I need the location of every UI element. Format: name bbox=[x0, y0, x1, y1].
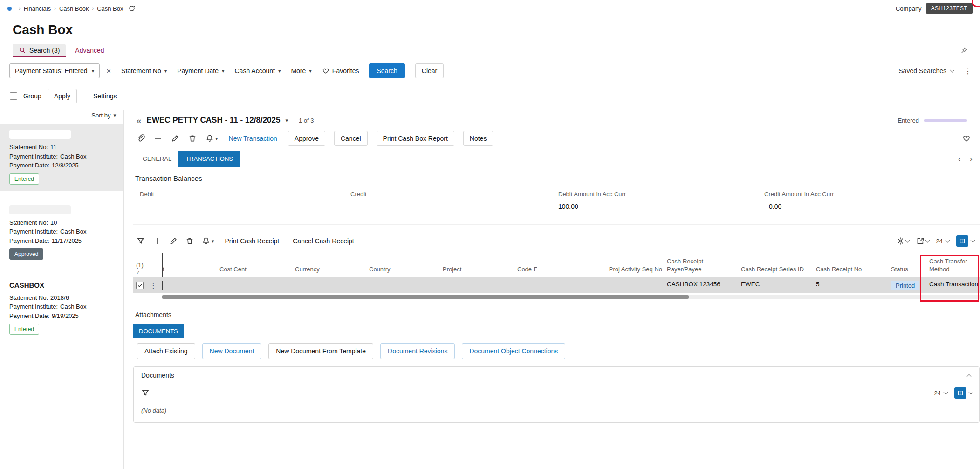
tab-transactions[interactable]: TRANSACTIONS bbox=[178, 151, 240, 167]
new-transaction-button[interactable]: New Transaction bbox=[227, 131, 279, 145]
record-card-3[interactable]: CASHBOX Statement No:2018/6 Payment Inst… bbox=[0, 275, 123, 341]
cancel-button[interactable]: Cancel bbox=[334, 131, 368, 146]
grid-header-row: (1) ✓ t Cost Cent Currency Country Proje… bbox=[133, 253, 980, 277]
statement-no-filter[interactable]: Statement No ▾ bbox=[121, 67, 167, 75]
document-revisions-button[interactable]: Document Revisions bbox=[380, 343, 455, 359]
delete-trash-icon[interactable] bbox=[185, 237, 194, 245]
notifications-bell-dropdown[interactable]: ▾ bbox=[202, 237, 214, 245]
record-header: « EWEC PETTY CASH - 11 - 12/8/2025 ▾ 1 o… bbox=[133, 110, 980, 127]
document-object-connections-button[interactable]: Document Object Connections bbox=[462, 343, 565, 359]
documents-filter-row: 24 bbox=[134, 383, 979, 401]
company-value-badge[interactable]: ASH123TEST bbox=[926, 3, 973, 14]
favorites-button[interactable]: Favorites bbox=[322, 67, 359, 75]
column-header[interactable]: Code F bbox=[517, 265, 592, 274]
payment-status-filter-chip[interactable]: Payment Status: Entered ▾ bbox=[9, 63, 100, 78]
settings-button[interactable]: Settings bbox=[93, 92, 117, 100]
collapse-chevron-up-icon[interactable] bbox=[967, 374, 972, 379]
home-dot-icon[interactable] bbox=[7, 7, 12, 11]
notifications-bell-dropdown[interactable]: ▾ bbox=[206, 134, 218, 143]
transaction-row[interactable]: ⋮ CASHBOX 123456 EWEC 5 bbox=[133, 277, 980, 293]
cash-account-filter[interactable]: Cash Account ▾ bbox=[235, 67, 281, 75]
row-checkbox[interactable] bbox=[136, 282, 144, 289]
edit-pencil-icon[interactable] bbox=[171, 134, 179, 143]
apply-button[interactable]: Apply bbox=[48, 89, 77, 103]
chevron-down-icon[interactable]: ▾ bbox=[92, 69, 95, 74]
chevron-down-icon[interactable]: ▾ bbox=[286, 118, 288, 123]
refresh-icon[interactable] bbox=[128, 5, 136, 12]
attachment-icon[interactable] bbox=[137, 134, 145, 143]
column-header[interactable]: Cash Receipt Payer/Payee bbox=[667, 257, 741, 274]
record-card-2[interactable]: Statement No:10 Payment Institute:Cash B… bbox=[0, 200, 123, 266]
print-cash-box-report-button[interactable]: Print Cash Box Report bbox=[377, 131, 454, 146]
record-field-statement: Statement No:2018/6 bbox=[9, 293, 116, 303]
clear-button[interactable]: Clear bbox=[415, 63, 444, 78]
notes-button[interactable]: Notes bbox=[463, 131, 493, 146]
saved-searches-dropdown[interactable]: Saved Searches bbox=[898, 67, 954, 75]
cell-country bbox=[369, 281, 443, 290]
cell-series-id: EWEC bbox=[741, 281, 816, 290]
new-document-from-template-button[interactable]: New Document From Template bbox=[268, 343, 373, 359]
grid-settings-gear-dropdown[interactable] bbox=[896, 237, 909, 245]
column-header[interactable]: Project bbox=[443, 265, 517, 274]
filter-funnel-icon[interactable] bbox=[141, 389, 150, 397]
row-kebab-icon[interactable]: ⋮ bbox=[150, 281, 157, 290]
attach-existing-button[interactable]: Attach Existing bbox=[137, 343, 195, 359]
cancel-cash-receipt-button[interactable]: Cancel Cash Receipt bbox=[290, 235, 357, 247]
breadcrumb-cash-book[interactable]: Cash Book bbox=[59, 5, 89, 12]
page-size-dropdown[interactable]: 24 bbox=[934, 390, 947, 397]
column-header[interactable]: Cost Cent bbox=[219, 265, 295, 274]
pin-icon[interactable] bbox=[960, 47, 968, 54]
record-title: CASHBOX bbox=[9, 280, 116, 291]
documents-panel-header: Documents bbox=[134, 367, 979, 383]
column-header[interactable]: Proj Activity Seq No bbox=[592, 265, 667, 274]
advanced-search-link[interactable]: Advanced bbox=[75, 47, 104, 54]
row-count-label: (1) bbox=[136, 262, 162, 269]
grid-view-dropdown[interactable] bbox=[954, 387, 973, 399]
search-tab[interactable]: Search (3) bbox=[13, 44, 66, 57]
column-header[interactable]: Cash Receipt No bbox=[816, 265, 891, 274]
page-size-dropdown[interactable]: 24 bbox=[936, 238, 949, 245]
more-options-kebab-icon[interactable]: ⋮ bbox=[964, 67, 972, 76]
column-header[interactable]: t bbox=[163, 265, 219, 274]
add-icon[interactable] bbox=[153, 237, 161, 245]
tab-scroll-left-icon[interactable]: ‹ bbox=[958, 154, 961, 164]
clear-status-filter-icon[interactable]: × bbox=[106, 67, 111, 75]
breadcrumb-financials[interactable]: Financials bbox=[24, 5, 51, 12]
more-filters[interactable]: More ▾ bbox=[291, 67, 311, 75]
search-button[interactable]: Search bbox=[369, 63, 404, 78]
scrollbar-thumb[interactable] bbox=[162, 295, 689, 299]
attachments-section: Attachments DOCUMENTS Attach Existing Ne… bbox=[133, 311, 980, 423]
select-all-check-icon[interactable]: ✓ bbox=[136, 269, 162, 276]
filter-funnel-icon[interactable] bbox=[137, 237, 145, 245]
edit-pencil-icon[interactable] bbox=[169, 237, 178, 245]
cell-proj-activity bbox=[592, 281, 667, 290]
tab-documents[interactable]: DOCUMENTS bbox=[133, 324, 184, 338]
statement-no-filter-label: Statement No bbox=[121, 67, 161, 75]
column-header[interactable]: Status bbox=[891, 265, 929, 274]
sort-by-dropdown[interactable]: Sort by ▾ bbox=[0, 112, 123, 119]
print-cash-receipt-button[interactable]: Print Cash Receipt bbox=[222, 235, 282, 247]
favorite-heart-icon[interactable] bbox=[962, 134, 971, 143]
collapse-panel-icon[interactable]: « bbox=[137, 116, 142, 125]
tab-scroll-right-icon[interactable]: › bbox=[970, 154, 973, 164]
horizontal-scrollbar[interactable] bbox=[162, 295, 980, 299]
column-header-cash-transfer-method[interactable]: Cash Transfer Method bbox=[929, 257, 980, 274]
add-icon[interactable] bbox=[154, 134, 162, 143]
chevron-down-icon: ▾ bbox=[278, 69, 281, 74]
grid-toolbar-right: 24 bbox=[896, 235, 974, 247]
tab-general[interactable]: GENERAL bbox=[136, 151, 178, 167]
column-header[interactable]: Country bbox=[369, 265, 443, 274]
delete-trash-icon[interactable] bbox=[188, 134, 197, 143]
approve-button[interactable]: Approve bbox=[288, 131, 325, 146]
breadcrumb-separator: › bbox=[19, 6, 21, 11]
column-header[interactable]: Currency bbox=[295, 265, 369, 274]
chevron-down-icon bbox=[969, 390, 973, 395]
group-checkbox[interactable] bbox=[10, 92, 17, 100]
export-share-dropdown[interactable] bbox=[916, 237, 929, 245]
column-header[interactable]: Cash Receipt Series ID bbox=[741, 265, 816, 274]
record-card-1[interactable]: Statement No:11 Payment Institute:Cash B… bbox=[0, 124, 123, 191]
grid-view-dropdown[interactable] bbox=[956, 235, 974, 247]
payment-date-filter[interactable]: Payment Date ▾ bbox=[177, 67, 224, 75]
breadcrumb-cash-box[interactable]: Cash Box bbox=[97, 5, 123, 12]
new-document-button[interactable]: New Document bbox=[202, 343, 262, 359]
